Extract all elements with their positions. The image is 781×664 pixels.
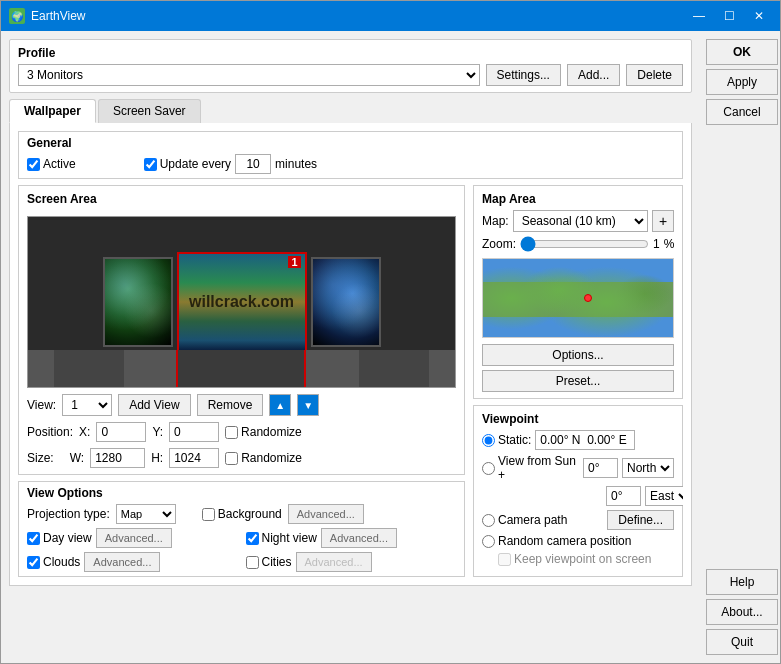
static-row: Static: bbox=[482, 430, 674, 450]
help-button[interactable]: Help bbox=[706, 569, 778, 595]
randomize1-label[interactable]: Randomize bbox=[225, 425, 302, 439]
clouds-row: Clouds Advanced... bbox=[27, 552, 238, 572]
x-input[interactable] bbox=[96, 422, 146, 442]
spacer1 bbox=[706, 129, 774, 565]
cancel-button[interactable]: Cancel bbox=[706, 99, 778, 125]
random-label[interactable]: Random camera position bbox=[482, 534, 631, 548]
apply-button[interactable]: Apply bbox=[706, 69, 778, 95]
east-degree-input[interactable] bbox=[606, 486, 641, 506]
map-select[interactable]: Seasonal (10 km) bbox=[513, 210, 648, 232]
night-view-label[interactable]: Night view bbox=[246, 531, 317, 545]
h-input[interactable] bbox=[169, 448, 219, 468]
content-split: Screen Area 1 bbox=[18, 185, 683, 577]
camera-path-label[interactable]: Camera path bbox=[482, 513, 567, 527]
view-select[interactable]: 1 bbox=[62, 394, 112, 416]
monitor-right-earth bbox=[313, 259, 379, 345]
add-view-button[interactable]: Add View bbox=[118, 394, 190, 416]
minimize-button[interactable]: — bbox=[686, 6, 712, 26]
sun-radio-label[interactable]: View from Sun + bbox=[482, 454, 579, 482]
close-button[interactable]: ✕ bbox=[746, 6, 772, 26]
keep-label[interactable]: Keep viewpoint on screen bbox=[482, 552, 651, 566]
nav-down-button[interactable]: ▼ bbox=[297, 394, 319, 416]
randomize1-checkbox[interactable] bbox=[225, 426, 238, 439]
tab-wallpaper[interactable]: Wallpaper bbox=[9, 99, 96, 123]
randomize2-checkbox[interactable] bbox=[225, 452, 238, 465]
background-label[interactable]: Background bbox=[202, 507, 282, 521]
title-controls: — ☐ ✕ bbox=[686, 6, 772, 26]
preset-button[interactable]: Preset... bbox=[482, 370, 674, 392]
nav-up-button[interactable]: ▲ bbox=[269, 394, 291, 416]
day-view-checkbox[interactable] bbox=[27, 532, 40, 545]
monitor-number: 1 bbox=[288, 256, 300, 268]
north-select[interactable]: North bbox=[622, 458, 674, 478]
sun-radio[interactable] bbox=[482, 462, 495, 475]
background-checkbox[interactable] bbox=[202, 508, 215, 521]
night-advanced-button[interactable]: Advanced... bbox=[321, 528, 397, 548]
maximize-button[interactable]: ☐ bbox=[716, 6, 742, 26]
about-button[interactable]: About... bbox=[706, 599, 778, 625]
window-body: Profile 3 Monitors Settings... Add... De… bbox=[1, 31, 780, 663]
random-row: Random camera position bbox=[482, 534, 674, 548]
quit-button[interactable]: Quit bbox=[706, 629, 778, 655]
cities-advanced-button: Advanced... bbox=[296, 552, 372, 572]
remove-button[interactable]: Remove bbox=[197, 394, 264, 416]
zoom-percent: % bbox=[664, 237, 675, 251]
zoom-label: Zoom: bbox=[482, 237, 516, 251]
tab-screen-saver[interactable]: Screen Saver bbox=[98, 99, 201, 123]
cities-label[interactable]: Cities bbox=[246, 555, 292, 569]
day-view-row: Day view Advanced... bbox=[27, 528, 238, 548]
tabs: Wallpaper Screen Saver bbox=[9, 99, 692, 124]
night-view-checkbox[interactable] bbox=[246, 532, 259, 545]
map-row: Map: Seasonal (10 km) + bbox=[482, 210, 674, 232]
size-label: Size: bbox=[27, 451, 54, 465]
randomize1-text: Randomize bbox=[241, 425, 302, 439]
delete-button[interactable]: Delete bbox=[626, 64, 683, 86]
active-checkbox-label[interactable]: Active bbox=[27, 157, 76, 171]
sun-degree-input[interactable] bbox=[583, 458, 618, 478]
clouds-advanced-button[interactable]: Advanced... bbox=[84, 552, 160, 572]
monitor-left[interactable] bbox=[103, 257, 173, 347]
camera-path-text: Camera path bbox=[498, 513, 567, 527]
screen-area-section: Screen Area 1 bbox=[18, 185, 465, 475]
zoom-slider[interactable] bbox=[520, 236, 649, 252]
w-label: W: bbox=[70, 451, 84, 465]
monitor-center[interactable]: 1 willcrack.com bbox=[177, 252, 307, 352]
day-view-label[interactable]: Day view bbox=[27, 531, 92, 545]
ok-button[interactable]: OK bbox=[706, 39, 778, 65]
day-advanced-button[interactable]: Advanced... bbox=[96, 528, 172, 548]
static-value-input[interactable] bbox=[535, 430, 635, 450]
randomize2-label[interactable]: Randomize bbox=[225, 451, 302, 465]
keep-row: Keep viewpoint on screen bbox=[482, 552, 674, 566]
active-checkbox[interactable] bbox=[27, 158, 40, 171]
update-value-input[interactable] bbox=[235, 154, 271, 174]
projection-select[interactable]: Map bbox=[116, 504, 176, 524]
zoom-value: 1 bbox=[653, 237, 660, 251]
profile-select[interactable]: 3 Monitors bbox=[18, 64, 480, 86]
update-checkbox-label[interactable]: Update every bbox=[144, 157, 231, 171]
w-input[interactable] bbox=[90, 448, 145, 468]
east-select[interactable]: East bbox=[645, 486, 683, 506]
clouds-checkbox[interactable] bbox=[27, 556, 40, 569]
options-button[interactable]: Options... bbox=[482, 344, 674, 366]
view-controls: View: 1 Add View Remove ▲ ▼ bbox=[27, 394, 456, 416]
monitor-right[interactable] bbox=[311, 257, 381, 347]
y-input[interactable] bbox=[169, 422, 219, 442]
clouds-label[interactable]: Clouds bbox=[27, 555, 80, 569]
clouds-text: Clouds bbox=[43, 555, 80, 569]
advanced-bg-button[interactable]: Advanced... bbox=[288, 504, 364, 524]
random-radio[interactable] bbox=[482, 535, 495, 548]
settings-button[interactable]: Settings... bbox=[486, 64, 561, 86]
map-plus-button[interactable]: + bbox=[652, 210, 674, 232]
general-section: General Active Update every bbox=[18, 131, 683, 179]
static-radio-label[interactable]: Static: bbox=[482, 433, 531, 447]
define-button[interactable]: Define... bbox=[607, 510, 674, 530]
camera-path-radio[interactable] bbox=[482, 514, 495, 527]
map-preview[interactable] bbox=[482, 258, 674, 338]
profile-label: Profile bbox=[18, 46, 683, 60]
add-button[interactable]: Add... bbox=[567, 64, 620, 86]
screen-area-display: 1 willcrack.com bbox=[27, 216, 456, 388]
static-radio[interactable] bbox=[482, 434, 495, 447]
position-row: Position: X: Y: Randomize bbox=[27, 422, 456, 442]
update-checkbox[interactable] bbox=[144, 158, 157, 171]
cities-checkbox[interactable] bbox=[246, 556, 259, 569]
